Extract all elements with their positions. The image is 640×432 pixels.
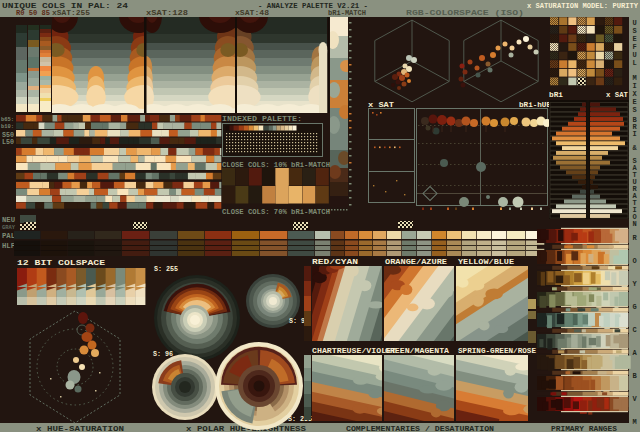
- svg-text:R0 50 85: R0 50 85: [16, 9, 50, 17]
- svg-text:GREEN/MAGENTA: GREEN/MAGENTA: [385, 346, 449, 355]
- svg-text:NEU: NEU: [2, 216, 15, 224]
- svg-text:L: L: [632, 59, 636, 67]
- svg-text:INDEXED PALETTE:: INDEXED PALETTE:: [222, 114, 302, 123]
- svg-text:12 BIT COLSPACE: 12 BIT COLSPACE: [17, 258, 105, 267]
- svg-text:M: M: [632, 418, 636, 426]
- svg-text:O: O: [632, 257, 636, 265]
- svg-text:I: I: [632, 82, 636, 90]
- svg-text:S: S: [632, 106, 636, 114]
- svg-text:ORANGE/AZURE: ORANGE/AZURE: [385, 257, 447, 266]
- svg-text:xSAT:128: xSAT:128: [146, 9, 188, 17]
- svg-text:PAL: PAL: [2, 232, 15, 240]
- svg-text:F: F: [632, 43, 636, 51]
- svg-text:U: U: [632, 19, 636, 27]
- svg-text:M: M: [632, 74, 636, 82]
- svg-text:C: C: [632, 326, 636, 334]
- svg-text:N: N: [632, 220, 636, 228]
- svg-text:I: I: [632, 130, 636, 138]
- svg-text:SPRING-GREEN/ROSE: SPRING-GREEN/ROSE: [458, 346, 536, 355]
- svg-text:U: U: [632, 51, 636, 59]
- svg-text:x SATURATION MODEL: PURITY: x SATURATION MODEL: PURITY: [527, 1, 638, 10]
- svg-text:HLF: HLF: [2, 242, 15, 250]
- svg-text:b65:: b65:: [1, 116, 14, 123]
- svg-text:PRIMARY RANGES: PRIMARY RANGES: [551, 424, 617, 432]
- svg-text:xSAT:255: xSAT:255: [52, 9, 90, 17]
- svg-text:xSAT:48: xSAT:48: [235, 9, 269, 17]
- svg-text:RED/CYAN: RED/CYAN: [312, 257, 358, 266]
- svg-text:E: E: [632, 98, 636, 106]
- svg-text:x SAT: x SAT: [368, 100, 394, 109]
- svg-text:CLOSE COLS: 70% bRi-MATCH: CLOSE COLS: 70% bRi-MATCH: [222, 207, 330, 216]
- svg-text:E: E: [632, 35, 636, 43]
- svg-text:RGB-COLORSPACE (ISO): RGB-COLORSPACE (ISO): [406, 8, 524, 17]
- svg-text:CLOSE COLS: 10% bRi-MATCH: CLOSE COLS: 10% bRi-MATCH: [222, 160, 330, 169]
- svg-text:S: 255: S: 255: [154, 265, 178, 273]
- svg-text:S: 96: S: 96: [153, 350, 173, 358]
- svg-text:CHARTREUSE/VIOLET: CHARTREUSE/VIOLET: [312, 346, 396, 355]
- svg-text:bRi: bRi: [549, 90, 563, 99]
- svg-text:GRAY: GRAY: [2, 224, 15, 231]
- svg-text:G: G: [632, 303, 636, 311]
- svg-text:x SAT: x SAT: [606, 90, 628, 99]
- svg-text:x HUE-SATURATION: x HUE-SATURATION: [36, 424, 124, 432]
- svg-text:b10:: b10:: [1, 123, 14, 130]
- svg-text:L50: L50: [2, 138, 14, 146]
- svg-text:COMPLEMENTARIES / DESATURATION: COMPLEMENTARIES / DESATURATION: [346, 424, 494, 432]
- svg-text:bRi-hUE: bRi-hUE: [519, 100, 551, 109]
- svg-text:YELLOW/BLUE: YELLOW/BLUE: [458, 257, 514, 266]
- svg-text:S: S: [632, 27, 636, 35]
- svg-text:bRi-MATCH: bRi-MATCH: [328, 9, 366, 17]
